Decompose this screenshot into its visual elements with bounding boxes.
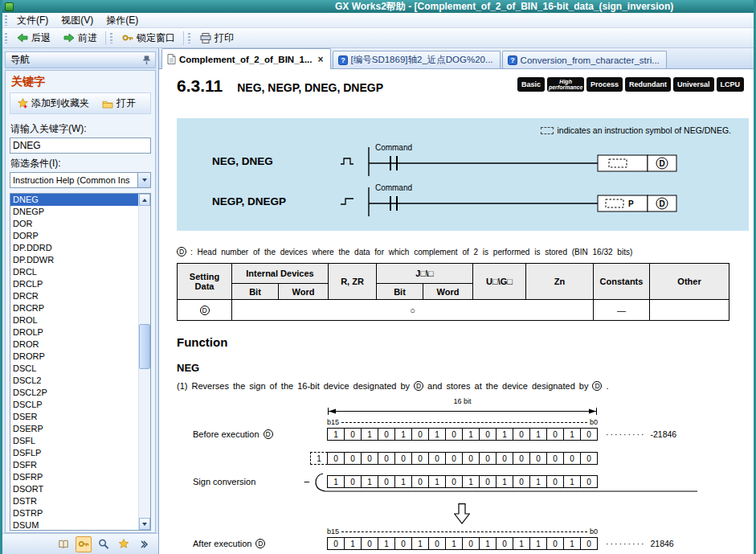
keyword-mode-button[interactable] (76, 536, 92, 552)
menu-file[interactable]: 文件(F) (10, 12, 55, 29)
help-page-icon: ? (508, 55, 517, 65)
search-mode-button[interactable] (96, 536, 112, 552)
overflow-chevron-button[interactable] (136, 536, 152, 552)
keyword-list-item[interactable]: DRCL (10, 266, 138, 278)
bit-cell: 0 (479, 475, 497, 488)
device-note: D : Head number of the devices where the… (177, 247, 754, 256)
keyword-list-item[interactable]: DSCL2P (10, 387, 138, 399)
scroll-down-button[interactable] (139, 518, 150, 530)
search-icon (98, 539, 109, 549)
print-button[interactable]: 打印 (194, 30, 240, 47)
keyword-input[interactable] (10, 137, 151, 154)
bit-cell: 0 (327, 537, 345, 550)
dashed-line (341, 422, 587, 423)
keyword-list-item[interactable]: DSCLP (10, 399, 138, 411)
back-button[interactable]: 后退 (10, 30, 57, 47)
point1-text: (1) Reverses the sign of the 16-bit devi… (177, 381, 410, 391)
bit-cell: 1 (378, 537, 395, 550)
menu-operate[interactable]: 操作(E) (100, 12, 145, 29)
favorites-mode-button[interactable] (116, 536, 132, 552)
keyword-list-item[interactable]: DSFL (10, 435, 138, 447)
keyword-list-item[interactable]: DROR (10, 339, 138, 351)
scrollbar-thumb[interactable] (139, 324, 150, 369)
keyword-list-item[interactable]: DRCRP (10, 302, 138, 314)
keyword-list-item[interactable]: DNEGP (10, 206, 138, 218)
tab-label: [编号SD1869]轴2_近点DOG%20... (351, 54, 493, 66)
subtrahend-row: 1010101010101010 (327, 475, 598, 488)
keyword-list-item[interactable]: DP.DDRD (10, 242, 138, 254)
before-bit-cells: 1010101010101010 (327, 428, 598, 441)
keyword-list-item[interactable]: DSER (10, 411, 138, 423)
combo-dropdown-button[interactable] (137, 173, 150, 187)
panel-title: 关键字 (10, 74, 151, 92)
destination-operand: D (659, 199, 664, 208)
keyword-list-item[interactable]: DOR (10, 218, 138, 230)
before-decimal-value: -21846 (650, 429, 676, 439)
scrollbar-track[interactable] (139, 206, 150, 518)
lock-window-button[interactable]: 锁定窗口 (116, 30, 182, 47)
add-to-favorites-button[interactable]: 添加到收藏夹 (12, 94, 95, 113)
keyword-list-item[interactable]: DSFLP (10, 447, 138, 459)
keyword-list-item[interactable]: DRCR (10, 290, 138, 302)
keyword-list-item[interactable]: DORP (10, 230, 138, 242)
bit-span-indicator: 16 bit (327, 397, 598, 417)
tab-sd1869[interactable]: ? [编号SD1869]轴2_近点DOG%20... (333, 51, 501, 68)
keyword-list-item[interactable]: DSORT (10, 483, 138, 495)
bit-cell: 0 (411, 452, 429, 465)
keyword-list-item[interactable]: DSTR (10, 495, 138, 507)
keyword-list-item[interactable]: DP.DDWR (10, 254, 138, 266)
bit-cell: 1 (428, 475, 446, 488)
bit-cell: 0 (580, 475, 598, 488)
neg-subheading: NEG (177, 362, 754, 374)
forward-button[interactable]: 前进 (57, 30, 104, 47)
list-scrollbar[interactable] (138, 194, 150, 530)
keyword-list-item[interactable]: DROLP (10, 326, 138, 339)
keyword-list-item[interactable]: DSTRP (10, 507, 138, 519)
scroll-up-button[interactable] (139, 194, 150, 206)
tab-label: Conversion_from_character_stri... (521, 55, 660, 65)
pulse-suffix: P (628, 199, 634, 208)
keyword-list-item[interactable]: DROL (10, 314, 138, 326)
point1-text: and stores at the device designated by (427, 381, 588, 391)
bit-cell: 0 (394, 452, 412, 465)
bit-cell: 1 (529, 428, 547, 441)
contents-mode-button[interactable] (55, 536, 72, 552)
keyword-list-item[interactable]: DSERP (10, 423, 138, 435)
navigation-header: 导航 (5, 51, 156, 68)
panel-button-row: 添加到收藏夹 打开 (10, 92, 151, 114)
toolbar-grip (5, 15, 7, 26)
keyword-list-item[interactable]: DNEG (10, 194, 138, 206)
keyword-list-item[interactable]: DSCL2 (10, 375, 138, 387)
col-word: Word (423, 284, 473, 300)
keyword-list-item[interactable]: DRCLP (10, 278, 138, 290)
keyword-list-item[interactable]: DSFR (10, 459, 138, 471)
bit-cell: 0 (479, 428, 497, 441)
bit-cell: 1 (563, 475, 581, 488)
tab-conversion[interactable]: ? Conversion_from_character_stri... (502, 51, 667, 68)
before-execution-row: Before execution D 1010101010101010 ····… (177, 428, 754, 441)
applicable-cell: ○ (232, 300, 594, 321)
bit-cell: 1 (529, 537, 547, 550)
bit-cell: 0 (411, 428, 429, 441)
keyword-list-item[interactable]: DSUM (10, 519, 138, 530)
instruction-symbol-placeholder-icon (541, 127, 554, 134)
menu-view[interactable]: 视图(V) (55, 12, 100, 29)
key-icon (122, 33, 133, 43)
pulse-icon (339, 155, 355, 166)
keyword-list-item[interactable]: DRORP (10, 351, 138, 363)
after-value: ········· 21846 (606, 539, 674, 548)
bit-cell: 1 (327, 475, 345, 488)
keyword-list-item[interactable]: DSCL (10, 363, 138, 375)
pin-icon[interactable] (141, 55, 152, 65)
open-button[interactable]: 打开 (96, 94, 141, 113)
tab-close-icon[interactable]: × (318, 54, 324, 65)
filter-value: Instruction Help (Common Ins (10, 175, 137, 185)
keyword-list-item[interactable]: DSFRP (10, 471, 138, 483)
col-constants: Constants (594, 264, 650, 300)
open-label: 打开 (116, 96, 136, 110)
tab-complement-of-2[interactable]: Complement_of_2_of_BIN_1... × (161, 48, 331, 69)
filter-select[interactable]: Instruction Help (Common Ins (10, 172, 151, 188)
sign-conversion-diagram: Sign conversion 1 0000000000000000 − 101… (177, 452, 754, 497)
book-icon (58, 539, 69, 549)
navigation-title: 导航 (10, 53, 30, 67)
